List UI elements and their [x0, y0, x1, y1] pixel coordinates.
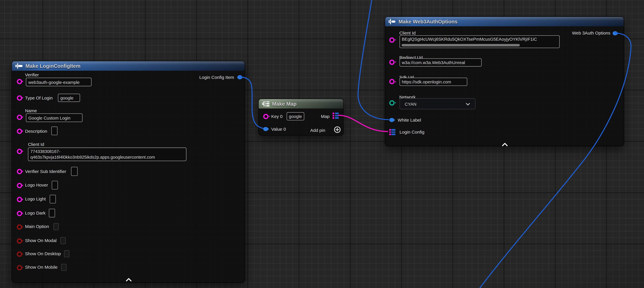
show-on-modal-checkbox[interactable] — [60, 237, 66, 244]
white-label-pin[interactable] — [389, 118, 394, 122]
node-header[interactable]: Make Web3AuthOptions — [385, 17, 624, 26]
name-pin[interactable] — [17, 114, 22, 120]
main-option-label: Main Option — [25, 224, 49, 229]
collapse-chevron-icon[interactable] — [126, 276, 132, 283]
show-on-modal-pin[interactable] — [17, 238, 22, 243]
blueprint-graph-canvas[interactable]: Make LoginConfigItem Verifier web3auth-g… — [0, 0, 644, 288]
login-config-item-output-pin[interactable] — [237, 75, 242, 79]
network-dropdown-value: CYAN — [404, 101, 416, 106]
node-make-web3authoptions[interactable]: Make Web3AuthOptions Client Id BEglQSgt4… — [384, 17, 624, 146]
white-label-label: White Label — [398, 117, 421, 123]
network-dropdown[interactable]: CYAN — [399, 98, 475, 109]
verifier-sub-identifier-pin[interactable] — [17, 169, 22, 174]
logo-dark-input[interactable] — [49, 209, 55, 217]
description-label: Description — [25, 129, 47, 134]
show-on-mobile-pin[interactable] — [17, 265, 22, 270]
main-option-checkbox[interactable] — [53, 223, 59, 230]
make-struct-icon — [388, 19, 396, 25]
logo-hover-pin[interactable] — [17, 183, 22, 188]
node-title: Make LoginConfigItem — [26, 63, 80, 69]
client-id-label: Client Id — [399, 31, 416, 36]
logo-dark-label: Logo Dark — [25, 210, 46, 216]
logo-hover-label: Logo Hover — [25, 182, 48, 188]
key-0-pin[interactable] — [263, 114, 269, 119]
description-pin[interactable] — [17, 129, 22, 134]
description-input[interactable] — [51, 127, 58, 135]
key-0-input[interactable]: google — [286, 112, 304, 120]
show-on-desktop-label: Show On Desktop — [25, 251, 61, 256]
logo-dark-pin[interactable] — [17, 211, 22, 216]
map-output-pin[interactable] — [332, 113, 339, 119]
map-output-label: Map — [321, 114, 330, 119]
collapse-chevron-icon[interactable] — [502, 140, 508, 148]
show-on-mobile-label: Show On Mobile — [25, 264, 58, 270]
network-pin[interactable] — [389, 100, 395, 106]
verifier-label: Verifier — [25, 72, 39, 78]
make-struct-icon — [15, 63, 23, 69]
client-id-pin[interactable] — [17, 149, 22, 154]
blueprint-editor-viewport: Make LoginConfigItem Verifier web3auth-g… — [0, 0, 644, 288]
redirect-url-input[interactable]: w3a://com.w3a.Web3AuthUnreal — [399, 58, 482, 67]
value-0-pin[interactable] — [263, 127, 268, 131]
login-config-item-output-label: Login Config Item — [199, 75, 234, 80]
value-0-label: Value 0 — [271, 126, 286, 132]
verifier-sub-identifier-label: Verifier Sub Identifier — [25, 169, 66, 174]
main-option-pin[interactable] — [17, 224, 22, 230]
login-config-label: Login Config — [400, 129, 424, 135]
node-make-map[interactable]: Make Map Key 0 google Map Value 0 Add pi… — [258, 99, 344, 136]
add-pin-label: Add pin — [310, 128, 325, 133]
sdk-url-pin[interactable] — [389, 79, 395, 84]
add-pin-icon[interactable] — [334, 126, 341, 135]
logo-light-input[interactable] — [50, 195, 56, 203]
node-title: Make Web3AuthOptions — [398, 19, 458, 25]
verifier-input[interactable]: web3auth-google-example — [26, 78, 92, 86]
client-id-input[interactable]: 774338308167-q463s7kpvja16l4l0kko3nb925i… — [28, 148, 186, 161]
key-0-label: Key 0 — [271, 114, 283, 119]
show-on-desktop-checkbox[interactable] — [64, 250, 70, 257]
web3auth-options-output-label: Web 3Auth Options — [572, 31, 610, 36]
node-make-loginconfigitem[interactable]: Make LoginConfigItem Verifier web3auth-g… — [12, 61, 245, 283]
show-on-desktop-pin[interactable] — [17, 251, 22, 257]
client-id-scrollbar[interactable] — [402, 44, 520, 46]
chevron-down-icon — [466, 101, 470, 106]
logo-light-label: Logo Light — [25, 196, 46, 202]
name-input[interactable]: Google Custom Login — [26, 113, 82, 122]
show-on-modal-label: Show On Modal — [25, 238, 56, 243]
verifier-sub-identifier-input[interactable] — [71, 167, 78, 176]
sdk-url-input[interactable]: https://sdk.openlogin.com — [399, 78, 467, 86]
type-of-login-pin[interactable] — [17, 95, 22, 101]
node-header[interactable]: Make Map — [258, 99, 343, 109]
name-label: Name — [25, 108, 37, 114]
client-id-label: Client Id — [28, 142, 44, 147]
web3auth-options-output-pin[interactable] — [613, 31, 618, 35]
show-on-mobile-checkbox[interactable] — [61, 264, 66, 271]
login-config-pin[interactable] — [389, 129, 395, 135]
node-title: Make Map — [272, 101, 296, 107]
type-of-login-label: Type Of Login — [25, 95, 53, 101]
client-id-pin[interactable] — [389, 37, 395, 43]
verifier-pin[interactable] — [17, 79, 22, 84]
client-id-input[interactable]: BEglQSgt4cUWcj6SKRdu5QkOXTsePmMcusG5EAoy… — [399, 35, 560, 48]
redirect-url-pin[interactable] — [389, 59, 395, 65]
logo-light-pin[interactable] — [17, 197, 22, 202]
logo-hover-input[interactable] — [52, 181, 58, 189]
type-of-login-input[interactable]: google — [58, 94, 80, 102]
node-header[interactable]: Make LoginConfigItem — [12, 61, 245, 71]
make-map-icon — [262, 101, 269, 107]
